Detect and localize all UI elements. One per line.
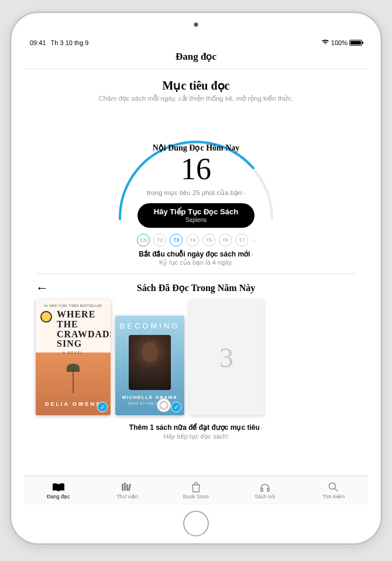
home-button[interactable] <box>183 511 209 536</box>
ipad-device-frame: 09:41 Th 3 10 thg 9 100% Đang đọc Mục ti… <box>10 12 382 545</box>
chevron-right-icon: › <box>252 251 253 258</box>
minutes-read: 16 <box>102 154 290 184</box>
books-carousel[interactable]: #1 NEW YORK TIMES BESTSELLER WHERE THE C… <box>36 299 356 415</box>
tab-search[interactable]: Tìm kiếm <box>299 476 368 505</box>
tab-label: Tìm kiếm <box>322 494 345 500</box>
book2-title: BECOMING <box>120 321 180 330</box>
svg-rect-0 <box>122 484 123 491</box>
tab-label: Thư viện <box>116 494 138 500</box>
novel-label: A NOVEL <box>40 351 106 354</box>
today-reading-label: Nội Dung Đọc Hôm Nay <box>102 143 290 153</box>
back-arrow-icon[interactable]: ← <box>36 280 49 296</box>
streak-record: Kỷ lục của bạn là 4 ngày. <box>36 259 356 266</box>
days-of-week-row: CN T2 T3 T4 T5 T6 T7 › <box>36 234 356 247</box>
svg-line-5 <box>335 488 338 491</box>
goals-subheading: Chăm đọc sách mỗi ngày, cải thiện thống … <box>36 94 356 102</box>
day-monday[interactable]: T2 <box>153 234 166 247</box>
svg-rect-1 <box>124 483 126 491</box>
progress-dial: Nội Dung Đọc Hôm Nay 16 trong mục tiêu 2… <box>102 111 290 228</box>
cover-tree-art <box>73 370 74 393</box>
streak-prompt[interactable]: Bắt đầu chuỗi ngày đọc sách mới› Kỷ lục … <box>36 250 356 266</box>
library-icon <box>120 482 134 492</box>
tab-audiobooks[interactable]: Sách nói <box>231 476 300 505</box>
keep-reading-button[interactable]: Hãy Tiếp Tục Đọc Sách Sapiens <box>137 203 255 228</box>
screen: 09:41 Th 3 10 thg 9 100% Đang đọc Mục ti… <box>24 37 368 505</box>
books-goal-prompt[interactable]: Thêm 1 sách nữa để đạt được mục tiêu› Hã… <box>36 423 356 440</box>
section-divider <box>36 273 356 274</box>
award-medal-icon <box>40 311 52 323</box>
battery-percent: 100% <box>331 39 348 46</box>
streak-title: Bắt đầu chuỗi ngày đọc sách mới <box>139 250 250 258</box>
days-chevron-icon[interactable]: › <box>253 237 255 244</box>
day-friday[interactable]: T6 <box>219 234 232 247</box>
keep-reading-label: Hãy Tiếp Tục Đọc Sách <box>154 207 238 216</box>
svg-rect-2 <box>126 484 128 491</box>
chevron-right-icon: › <box>261 425 263 431</box>
book-becoming[interactable]: BECOMING MICHELLE OBAMA READ BY THE AUTH… <box>115 316 184 415</box>
wifi-icon <box>321 39 329 46</box>
svg-rect-3 <box>128 483 131 490</box>
goal-progress-text: trong mục tiêu 25 phút của bạn <box>147 189 242 196</box>
portrait-art <box>129 335 171 390</box>
audiobook-disc-icon <box>157 399 170 412</box>
book2-author: MICHELLE OBAMA <box>122 395 177 400</box>
goals-heading: Mục tiêu đọc <box>36 78 356 93</box>
camera-dot <box>194 22 198 27</box>
nav-title: Đang đọc <box>24 46 368 69</box>
day-thursday[interactable]: T5 <box>202 234 215 247</box>
completed-check-icon: ✓ <box>171 402 181 412</box>
day-tuesday[interactable]: T3 <box>170 234 183 247</box>
bestseller-badge: #1 NEW YORK TIMES BESTSELLER <box>40 304 106 307</box>
books-this-year-section: ← Sách Đã Đọc Trong Năm Này #1 NEW YORK … <box>24 282 368 440</box>
completed-check-icon: ✓ <box>97 402 108 412</box>
status-left: 09:41 Th 3 10 thg 9 <box>30 39 88 46</box>
day-wednesday[interactable]: T4 <box>186 234 199 247</box>
tab-label: Đang đọc <box>47 494 70 500</box>
status-time: 09:41 <box>30 39 46 46</box>
status-bar: 09:41 Th 3 10 thg 9 100% <box>24 37 368 46</box>
day-sunday[interactable]: CN <box>137 234 150 247</box>
battery-icon <box>349 40 362 46</box>
book-crawdads[interactable]: #1 NEW YORK TIMES BESTSELLER WHERE THE C… <box>36 299 111 415</box>
chevron-right-icon: › <box>243 190 245 196</box>
search-icon <box>326 482 341 492</box>
tab-book-store[interactable]: Book Store <box>161 476 231 505</box>
open-book-icon <box>51 482 66 492</box>
shopping-bag-icon <box>189 482 203 492</box>
tab-label: Sách nói <box>255 494 275 500</box>
goal-count-placeholder[interactable]: 3 <box>189 299 264 415</box>
reading-goals-section: Mục tiêu đọc Chăm đọc sách mỗi ngày, cải… <box>24 69 368 274</box>
day-saturday[interactable]: T7 <box>235 234 248 247</box>
headphones-icon <box>258 482 272 492</box>
current-book-label: Sapiens <box>154 217 238 223</box>
svg-point-4 <box>329 483 336 489</box>
status-right: 100% <box>321 39 362 46</box>
books-goal-sub: Hãy tiếp tục đọc sách! <box>36 433 356 440</box>
books-year-heading: Sách Đã Đọc Trong Năm Này <box>36 282 356 293</box>
tab-reading-now[interactable]: Đang đọc <box>24 476 93 505</box>
tab-label: Book Store <box>183 494 209 500</box>
books-goal-text: Thêm 1 sách nữa để đạt được mục tiêu <box>129 423 260 432</box>
tab-library[interactable]: Thư viện <box>93 476 162 505</box>
bottom-tab-bar: Đang đọc Thư viện Book Store Sách nói <box>24 476 368 505</box>
goal-progress-row[interactable]: trong mục tiêu 25 phút của bạn› <box>102 187 290 197</box>
status-date: Th 3 10 thg 9 <box>51 39 89 46</box>
